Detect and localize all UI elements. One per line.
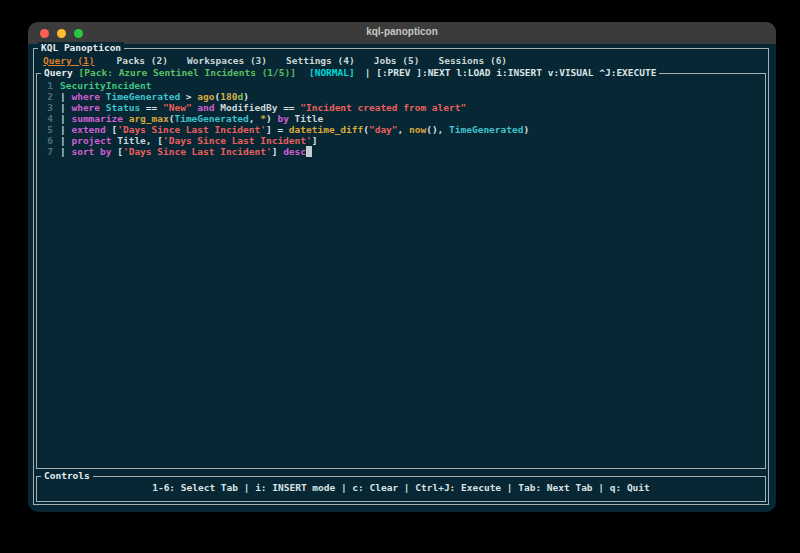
- code-token: (),: [426, 124, 449, 135]
- controls-help: 1-6: Select Tab | i: INSERT mode | c: Cl…: [37, 482, 765, 493]
- code-token: 180: [220, 91, 237, 102]
- code-token: Title: [117, 135, 146, 146]
- tab-workspaces[interactable]: Workspaces (3): [184, 55, 270, 66]
- code-token: 'Days Since Last Incident': [163, 135, 312, 146]
- code-token: >: [186, 91, 197, 102]
- code-token: , [: [146, 135, 163, 146]
- code-token: arg_max: [129, 113, 169, 124]
- line-number: 3: [41, 102, 53, 113]
- tab-jobs[interactable]: Jobs (5): [371, 55, 423, 66]
- code-token: ,: [249, 113, 260, 124]
- tab-settings[interactable]: Settings (4): [283, 55, 358, 66]
- code-token: TimeGenerated: [449, 124, 523, 135]
- code-token: ] =: [266, 124, 289, 135]
- code-token: |: [60, 113, 71, 124]
- pack-label: [Pack: Azure Sentinel Incidents (1/5)]: [79, 67, 296, 79]
- code-token: sort by: [71, 146, 117, 157]
- app-frame: KQL Panopticon Query (1)Packs (2)Workspa…: [33, 48, 769, 505]
- window-title: kql-panopticon: [28, 26, 776, 37]
- code-token: datetime_diff: [289, 124, 363, 135]
- code-token: 'Days Since Last Incident': [117, 124, 266, 135]
- line-number: 7: [41, 146, 53, 157]
- code-line: 3| where Status == "New" and ModifiedBy …: [41, 102, 761, 113]
- line-number: 6: [41, 135, 53, 146]
- query-panel-title: Query: [44, 67, 73, 79]
- line-number: 5: [41, 124, 53, 135]
- code-token: SecurityIncident: [60, 80, 152, 91]
- code-token: ==: [283, 102, 300, 113]
- code-token: "Incident created from alert": [300, 102, 466, 113]
- code-token: |: [60, 146, 71, 157]
- tab-packs[interactable]: Packs (2): [113, 55, 170, 66]
- code-token: ]: [272, 146, 283, 157]
- code-token: Title: [295, 113, 324, 124]
- code-token: |: [60, 124, 71, 135]
- code-token: "day": [369, 124, 398, 135]
- code-token: |: [60, 91, 71, 102]
- code-token: Status: [106, 102, 146, 113]
- code-token: ago: [197, 91, 214, 102]
- code-token: 'Days Since Last Incident': [123, 146, 272, 157]
- code-token: and: [197, 102, 220, 113]
- frame-title: KQL Panopticon: [38, 42, 124, 54]
- code-token: TimeGenerated: [174, 113, 248, 124]
- line-number: 4: [41, 113, 53, 124]
- code-line: 2| where TimeGenerated > ago(180d): [41, 91, 761, 102]
- code-line: 6| project Title, ['Days Since Last Inci…: [41, 135, 761, 146]
- text-cursor: [306, 146, 312, 157]
- code-token: now: [409, 124, 426, 135]
- controls-panel: Controls 1-6: Select Tab | i: INSERT mod…: [36, 476, 766, 502]
- terminal-content: KQL Panopticon Query (1)Packs (2)Workspa…: [28, 44, 776, 512]
- tab-sessions[interactable]: Sessions (6): [435, 55, 510, 66]
- code-line: 1SecurityIncident: [41, 80, 761, 91]
- code-token: where: [71, 102, 105, 113]
- controls-title: Controls: [41, 470, 93, 482]
- titlebar[interactable]: kql-panopticon: [28, 22, 776, 44]
- code-editor[interactable]: 1SecurityIncident2| where TimeGenerated …: [41, 80, 761, 464]
- code-token: |: [60, 135, 71, 146]
- code-token: ,: [398, 124, 409, 135]
- code-line: 4| summarize arg_max(TimeGenerated, *) b…: [41, 113, 761, 124]
- code-token: ): [266, 113, 277, 124]
- code-token: ==: [146, 102, 163, 113]
- tab-query[interactable]: Query (1): [37, 55, 100, 66]
- query-panel: Query [Pack: Azure Sentinel Incidents (1…: [36, 73, 766, 469]
- keybind-help: | [:PREV ]:NEXT l:LOAD i:INSERT v:VISUAL…: [365, 67, 657, 79]
- code-token: ): [523, 124, 529, 135]
- mode-badge: [NORMAL]: [309, 67, 355, 79]
- code-token: |: [60, 102, 71, 113]
- line-number: 2: [41, 91, 53, 102]
- code-token: ]: [312, 135, 318, 146]
- code-line: 7| sort by ['Days Since Last Incident'] …: [41, 146, 761, 157]
- terminal-window: kql-panopticon KQL Panopticon Query (1)P…: [28, 22, 776, 512]
- code-token: ModifiedBy: [220, 102, 283, 113]
- code-token: by: [277, 113, 294, 124]
- line-number: 1: [41, 80, 53, 91]
- code-token: extend: [71, 124, 111, 135]
- query-panel-header: Query [Pack: Azure Sentinel Incidents (1…: [41, 67, 659, 79]
- code-token: ): [243, 91, 249, 102]
- code-token: "New": [163, 102, 197, 113]
- code-line: 5| extend ['Days Since Last Incident'] =…: [41, 124, 761, 135]
- code-token: desc: [283, 146, 306, 157]
- code-token: TimeGenerated: [106, 91, 186, 102]
- code-token: project: [71, 135, 117, 146]
- code-token: summarize: [71, 113, 128, 124]
- code-token: where: [71, 91, 105, 102]
- tab-bar: Query (1)Packs (2)Workspaces (3)Settings…: [37, 53, 768, 67]
